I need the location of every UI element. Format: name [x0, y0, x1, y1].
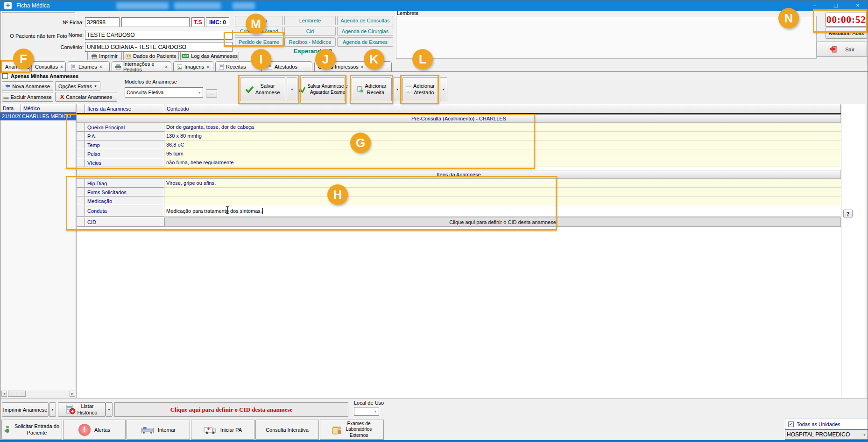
tab-close-icon[interactable]: ×	[361, 64, 364, 70]
nova-anamnese-button[interactable]: Nova Anamnese	[2, 81, 53, 91]
imprimir-anamnese-dropdown[interactable]: ▼	[49, 402, 56, 417]
annotation-box-timer	[813, 9, 868, 33]
consulta-interativa-button[interactable]: Consulta Interativa	[255, 420, 319, 440]
agenda-consultas-button[interactable]: Agenda de Consultas	[337, 16, 393, 25]
iniciar-pa-button[interactable]: Iniciar PA	[191, 420, 254, 440]
table-right-border	[841, 104, 841, 400]
table-col-itens[interactable]: Ítens da Anamnese	[85, 104, 164, 113]
annotation-marker-i: I	[251, 49, 271, 70]
history-col-data[interactable]: Data	[0, 104, 21, 112]
internar-button[interactable]: Internar	[127, 420, 190, 440]
scrollbar-thumb[interactable]	[8, 391, 26, 397]
local-de-uso-select[interactable]: ▼	[354, 407, 379, 416]
unidade-selected-value: HOSPITAL PROMEDICO	[787, 431, 850, 438]
imc-badge[interactable]: IMC: 0	[206, 17, 229, 27]
tab-label: Receitas	[226, 64, 246, 70]
tab-consultas[interactable]: Consultas×	[31, 61, 66, 72]
annotation-box-salvar	[238, 75, 299, 104]
todas-unidades-checkbox[interactable]: ✓	[788, 421, 794, 427]
window-bottom-edge	[0, 440, 868, 442]
sair-button[interactable]: Sair	[817, 42, 867, 57]
lembrete-panel-label: Lembrete	[397, 10, 418, 16]
apenas-minhas-label: Apenas Minhas Anamneses	[11, 73, 78, 79]
history-list-panel	[0, 104, 77, 398]
recibos-medicos-button[interactable]: Recibos - Médicos	[284, 37, 336, 47]
nome-input[interactable]: TESTE CARDOSO	[85, 30, 233, 40]
nome-label: Nome:	[51, 31, 84, 39]
excluir-anamnese-button[interactable]: ▬ Excluir Anamnese	[2, 92, 53, 102]
internar-label: Internar	[158, 427, 176, 433]
scroll-left-icon[interactable]: ◄	[1, 391, 7, 397]
annotation-marker-g: G	[350, 133, 371, 153]
hospital-bed-icon	[141, 425, 154, 435]
annotation-box-anamnese-rows	[66, 176, 557, 231]
tab-imagens[interactable]: Imagens×	[173, 61, 213, 72]
agenda-cirurgias-button[interactable]: Agenda de Cirurgias	[337, 27, 393, 36]
unidade-select[interactable]: HOSPITAL PROMEDICO ▼	[785, 429, 868, 440]
modelos-label: Modelos de Anamnese	[125, 79, 177, 84]
ficha-label: Nº Ficha:	[51, 19, 84, 26]
dados-paciente-button[interactable]: Dados do Paciente	[123, 52, 179, 60]
tab-atestados[interactable]: Atestados	[264, 61, 312, 72]
cid-button[interactable]: Cid	[284, 27, 336, 36]
exit-arrow-icon	[829, 46, 837, 53]
tab-exames[interactable]: Exames×	[68, 61, 110, 72]
filter-checkbox-row[interactable]: Apenas Minhas Anamneses	[2, 73, 78, 79]
tab-close-icon[interactable]: ×	[165, 64, 168, 70]
tab-label: Imagens	[184, 64, 204, 70]
agenda-exames-button[interactable]: Agenda de Exames	[337, 37, 393, 47]
imprimir-anamnese-button[interactable]: Imprimir Anamnese	[2, 402, 49, 417]
iniciar-pa-label: Iniciar PA	[220, 427, 242, 433]
annotation-box-pedido-exame	[224, 32, 284, 47]
annotation-box-adicionar-receita	[350, 75, 393, 104]
table-col-conteudo[interactable]: Conteúdo	[164, 104, 841, 113]
patient-card-icon	[126, 54, 131, 59]
tab-close-icon[interactable]: ×	[60, 64, 63, 70]
convenio-input[interactable]: UNIMED GOIANIA - TESTE CARDOSO	[85, 42, 233, 52]
adicionar-atestado-dropdown[interactable]: ▼	[440, 77, 447, 101]
tab-close-icon[interactable]: ×	[99, 64, 102, 70]
redacted-title-text	[174, 2, 221, 9]
cancelar-anamnese-button[interactable]: X Cancelar Anamnese	[55, 92, 117, 102]
printer-icon	[92, 54, 97, 59]
document-icon	[219, 64, 224, 70]
table-selector-header	[77, 104, 85, 113]
opcoes-extras-button[interactable]: Opções Extras ▼	[55, 81, 100, 91]
tab-label: Consultas	[35, 64, 58, 70]
chevron-down-icon: ▼	[94, 84, 97, 88]
ficha-extra-input[interactable]	[121, 17, 190, 27]
define-cid-banner-button[interactable]: Clique aqui para definir o CID desta ana…	[114, 402, 348, 417]
help-button[interactable]: ?	[843, 210, 853, 217]
annotation-box-preconsulta-rows	[66, 114, 535, 169]
scroll-right-icon[interactable]: ►	[70, 391, 75, 397]
lembrete-panel[interactable]	[396, 16, 817, 59]
listar-historico-dropdown[interactable]: ▼	[106, 402, 113, 417]
modelo-anamnese-select[interactable]: Consulta Eletiva ▼	[125, 87, 203, 98]
todas-unidades-row[interactable]: ✓ Todas as Unidades	[785, 419, 868, 429]
apenas-minhas-checkbox[interactable]	[2, 73, 8, 79]
opcoes-extras-label: Opções Extras	[58, 84, 92, 89]
history-doc-icon	[66, 405, 76, 415]
tab-internacoes-pedidos[interactable]: Internações e Pedidos×	[112, 61, 171, 72]
ts-badge[interactable]: T.S	[191, 17, 205, 27]
browse-modelos-button[interactable]: ...	[206, 89, 217, 98]
lab-jar-icon	[332, 425, 342, 435]
imprimir-button[interactable]: Imprimir	[87, 52, 122, 60]
alert-icon: !	[78, 424, 91, 436]
exames-lab-externos-button[interactable]: Exames deLaboratóriosExternos	[320, 420, 384, 440]
annotation-marker-l: L	[412, 49, 433, 70]
history-row-selected[interactable]: 21/10/20 CHARLLES MEDICO	[0, 112, 76, 120]
history-row-date: 21/10/20	[0, 112, 21, 120]
alertas-button[interactable]: ! Alertas	[63, 420, 126, 440]
solicitar-entrada-button[interactable]: Solicitar Entrada doPaciente	[1, 420, 62, 440]
log-anamneses-button[interactable]: ACT Log das Anamneses	[180, 52, 239, 60]
convenio-label: Convênio:	[48, 43, 84, 51]
sair-label: Sair	[845, 47, 854, 52]
listar-historico-button[interactable]: ListarHistórico	[58, 402, 106, 417]
ficha-input[interactable]: 329098	[85, 17, 120, 27]
lembrete-button[interactable]: Lembrete	[284, 16, 336, 25]
history-col-medico[interactable]: Médico	[21, 104, 76, 112]
annotation-marker-n: N	[778, 8, 799, 28]
chevron-down-icon: ▼	[442, 88, 445, 91]
tab-close-icon[interactable]: ×	[206, 64, 209, 70]
